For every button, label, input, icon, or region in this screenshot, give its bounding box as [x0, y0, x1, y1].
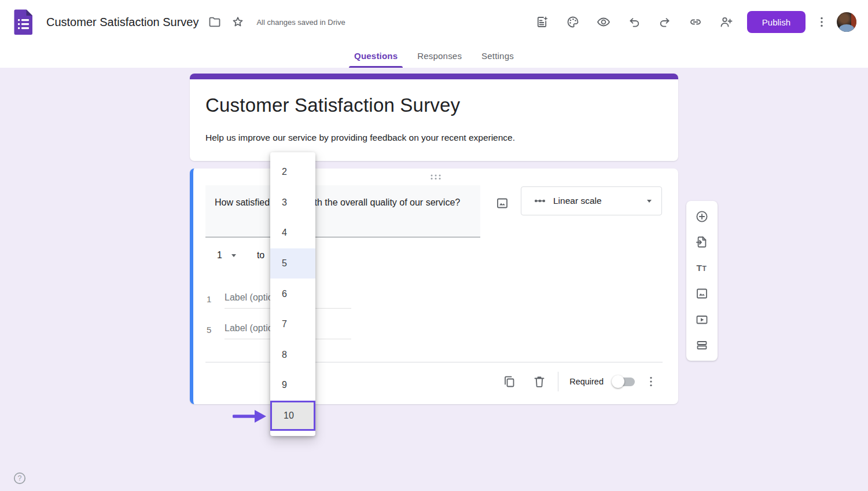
required-toggle[interactable]	[613, 378, 635, 386]
scale-label-index: 1	[207, 294, 218, 304]
add-title-icon: T T	[695, 261, 709, 275]
add-video-icon	[695, 313, 709, 327]
scale-option-7[interactable]: 7	[270, 309, 315, 340]
scale-option-8[interactable]: 8	[270, 340, 315, 371]
svg-text:T: T	[697, 263, 703, 273]
folder-icon	[208, 15, 222, 29]
form-description-input[interactable]: Help us improve our service by providing…	[205, 133, 515, 143]
palette-icon	[566, 15, 580, 29]
add-image-button[interactable]	[692, 283, 712, 304]
form-tab-bar: Questions Responses Settings	[0, 44, 868, 68]
linear-scale-icon	[534, 195, 546, 207]
redo-button[interactable]	[653, 10, 676, 34]
dropdown-caret-icon	[645, 197, 653, 205]
copy-link-button[interactable]	[684, 10, 707, 34]
form-title-input[interactable]: Customer Satisfaction Survey	[205, 94, 460, 116]
star-button[interactable]	[226, 10, 249, 34]
scale-option-4[interactable]: 4	[270, 218, 315, 248]
account-avatar[interactable]	[837, 12, 856, 32]
import-questions-button[interactable]	[692, 232, 712, 252]
scale-bounds-row: 1 to	[217, 250, 264, 261]
more-vert-icon	[644, 375, 658, 389]
question-text-input[interactable]: How satisfied are you with the overall q…	[205, 185, 480, 237]
image-icon	[495, 196, 509, 210]
redo-icon	[658, 15, 672, 29]
gemini-template-icon	[535, 15, 549, 29]
more-options-button[interactable]	[810, 10, 833, 34]
import-questions-icon	[695, 235, 709, 249]
duplicate-question-button[interactable]	[498, 370, 521, 393]
scale-option-3[interactable]: 3	[270, 188, 315, 218]
add-section-icon	[695, 338, 709, 352]
publish-button[interactable]: Publish	[747, 11, 806, 33]
tab-responses[interactable]: Responses	[407, 44, 472, 68]
undo-button[interactable]	[623, 10, 646, 34]
question-footer-toolbar: Required	[498, 369, 663, 394]
dropdown-caret-icon	[230, 252, 237, 259]
question-card: How satisfied are you with the overall q…	[190, 168, 678, 404]
add-video-button[interactable]	[692, 309, 712, 330]
question-type-label: Linear scale	[553, 196, 602, 206]
drag-handle-icon[interactable]	[428, 173, 443, 180]
delete-icon	[532, 375, 546, 389]
tab-questions[interactable]: Questions	[344, 44, 407, 68]
document-title[interactable]: Customer Satisfaction Survey	[46, 16, 198, 29]
help-button[interactable]: ?	[8, 467, 31, 490]
toggle-thumb	[612, 375, 624, 388]
top-app-bar: Customer Satisfaction Survey All changes…	[0, 0, 868, 44]
preview-button[interactable]	[592, 10, 615, 34]
scale-from-value: 1	[217, 250, 222, 261]
scale-max-dropdown-menu: 2 3 4 5 6 7 8 9 10	[270, 152, 315, 436]
scale-option-6[interactable]: 6	[270, 279, 315, 309]
help-icon: ?	[13, 471, 27, 485]
scale-option-5-selected[interactable]: 5	[270, 248, 315, 279]
insert-toolbar: T T	[686, 201, 718, 361]
scale-option-2[interactable]: 2	[270, 157, 315, 188]
customize-theme-button[interactable]	[561, 10, 584, 34]
question-type-select[interactable]: Linear scale	[521, 186, 662, 215]
theme-color-bar	[190, 74, 678, 79]
add-question-image-button[interactable]	[491, 192, 514, 215]
google-forms-editor: Customer Satisfaction Survey All changes…	[0, 0, 868, 491]
move-to-folder-button[interactable]	[203, 10, 226, 34]
question-more-options-button[interactable]	[639, 370, 663, 393]
scale-label-index: 5	[207, 325, 218, 335]
gemini-template-button[interactable]	[531, 10, 554, 34]
more-vert-icon	[815, 15, 829, 29]
add-image-icon	[695, 287, 709, 301]
scale-connector-label: to	[257, 250, 264, 261]
header-actions	[531, 10, 738, 34]
tutorial-arrow	[233, 408, 269, 425]
required-label: Required	[569, 377, 604, 386]
scale-from-select[interactable]: 1	[217, 250, 237, 261]
star-icon	[231, 15, 245, 29]
tab-settings[interactable]: Settings	[472, 44, 524, 68]
add-section-button[interactable]	[692, 335, 712, 356]
undo-icon	[627, 15, 641, 29]
add-person-icon	[719, 15, 733, 29]
forms-logo-icon	[13, 9, 34, 35]
toolbar-divider	[558, 372, 558, 391]
scale-option-9[interactable]: 9	[270, 370, 315, 401]
add-question-icon	[695, 210, 709, 223]
svg-text:?: ?	[18, 474, 22, 482]
add-question-button[interactable]	[692, 206, 712, 227]
delete-question-button[interactable]	[528, 370, 551, 393]
add-title-button[interactable]: T T	[692, 258, 712, 279]
save-status: All changes saved in Drive	[256, 18, 345, 27]
duplicate-icon	[502, 375, 516, 389]
link-icon	[689, 15, 703, 29]
svg-text:T: T	[703, 265, 707, 273]
scale-option-10-highlighted[interactable]: 10	[270, 401, 315, 431]
form-title-card: Customer Satisfaction Survey Help us imp…	[190, 74, 678, 161]
add-collaborators-button[interactable]	[715, 10, 738, 34]
preview-eye-icon	[597, 15, 610, 29]
